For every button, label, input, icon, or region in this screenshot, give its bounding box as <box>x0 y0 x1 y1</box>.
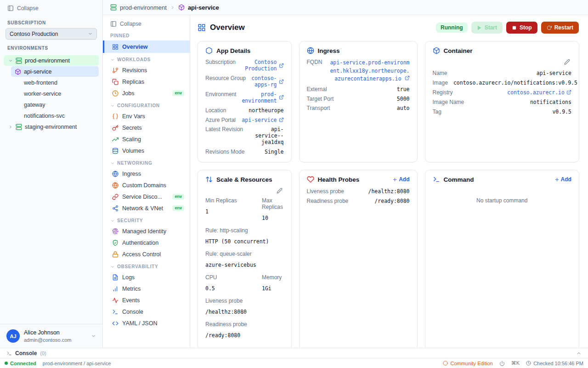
nav-item-revisions[interactable]: Revisions <box>103 64 190 76</box>
app-root: Collapse SUBSCRIPTION Contoso Production… <box>0 0 588 368</box>
subscription-link[interactable]: Contoso Production <box>241 59 283 72</box>
chevron-up-icon[interactable] <box>576 351 582 356</box>
connection-status: Connected <box>5 361 36 366</box>
tree-item-notifications-svc[interactable]: notifications-svc <box>11 110 99 121</box>
add-probe-button[interactable]: Add <box>392 176 409 183</box>
globe-icon <box>112 171 119 177</box>
nav-item-yaml-json[interactable]: YAML / JSON <box>103 317 190 329</box>
sidebar-collapse-button[interactable]: Collapse <box>0 0 102 14</box>
env-badge: env <box>172 90 184 96</box>
nav-item-replicas[interactable]: Replicas <box>103 76 190 87</box>
environments-tree: prod-environment api-service web-fronten… <box>0 53 102 132</box>
command-palette-shortcut[interactable]: ⌘K <box>511 360 520 366</box>
nav-item-label: Ingress <box>122 171 141 177</box>
nav-item-label: Authentication <box>122 240 158 246</box>
tree-item-worker-service[interactable]: worker-service <box>11 88 99 99</box>
terminal-icon <box>433 176 440 183</box>
nav-item-scaling[interactable]: Scaling <box>103 133 190 145</box>
tree-item-gateway[interactable]: gateway <box>11 99 99 110</box>
status-bar: Connected prod-environment / api-service… <box>0 358 588 368</box>
network-icon <box>112 205 119 212</box>
nav-item-jobs[interactable]: Jobs env <box>103 87 190 99</box>
nav-section-security[interactable]: SECURITY <box>103 214 190 225</box>
console-bar[interactable]: Console (0) <box>0 348 588 358</box>
nav-item-events[interactable]: Events <box>103 294 190 306</box>
nav-section-configuration[interactable]: CONFIGURATION <box>103 99 190 110</box>
app-details-card: App Details Subscription Contoso Product… <box>198 41 292 162</box>
breadcrumb-environment[interactable]: prod-environment <box>120 4 167 11</box>
nav-item-access-control[interactable]: Access Control <box>103 248 190 260</box>
nav-item-ingress[interactable]: Ingress <box>103 168 190 179</box>
edition-badge[interactable]: Community Edition <box>443 361 492 366</box>
app-label: web-frontend <box>24 80 57 86</box>
nav-item-network-vnet[interactable]: Network & VNet env <box>103 202 190 214</box>
external-link-icon <box>566 90 571 95</box>
nav-item-managed-identity[interactable]: Managed Identity <box>103 225 190 237</box>
environment-icon <box>16 124 22 130</box>
chevron-down-icon <box>8 58 13 63</box>
add-command-button[interactable]: Add <box>554 176 571 183</box>
detail-row: Target Port 5000 <box>307 94 410 104</box>
nav-item-label: Events <box>122 297 140 304</box>
nav-item-service-discovery[interactable]: Service Disco... env <box>103 191 190 202</box>
nav-item-env-vars[interactable]: Env Vars <box>103 110 190 122</box>
environment-label: staging-environment <box>25 124 77 130</box>
edit-scale-button[interactable] <box>275 186 284 196</box>
environment-label: prod-environment <box>25 58 70 64</box>
registry-link[interactable]: contoso.azurecr.io <box>507 89 571 96</box>
user-menu[interactable]: AJ Alice Johnson admin@contoso.com <box>0 324 102 348</box>
tree-item-web-frontend[interactable]: web-frontend <box>11 77 99 88</box>
user-meta: Alice Johnson admin@contoso.com <box>24 329 87 343</box>
environment-link[interactable]: prod-environment <box>242 91 283 104</box>
subscription-select[interactable]: Contoso Production <box>6 28 97 40</box>
edit-container-button[interactable] <box>563 58 571 68</box>
avatar: AJ <box>6 329 20 343</box>
scale-rule: Rule: http-scaling HTTP (50 concurrent) <box>205 227 284 245</box>
nav-item-custom-domains[interactable]: Custom Domains <box>103 179 190 191</box>
nav-item-authentication[interactable]: Authentication <box>103 237 190 248</box>
page-title-wrap: Overview <box>198 23 245 32</box>
detail-row: Image contoso.azurecr.io/notifications:v… <box>433 78 571 88</box>
restart-button[interactable]: Restart <box>541 22 579 34</box>
nav-item-overview[interactable]: Overview <box>103 40 190 53</box>
nav-collapse-button[interactable]: Collapse <box>103 15 190 31</box>
detail-row: Registry contoso.azurecr.io <box>433 88 571 98</box>
plus-icon <box>554 177 560 182</box>
health-probes-card: Health Probes Add Liveness probe /health… <box>299 170 418 348</box>
nav-item-logs[interactable]: Logs <box>103 271 190 283</box>
globe-icon <box>112 182 119 189</box>
subscription-label: SUBSCRIPTION <box>0 14 102 28</box>
nav-item-label: Revisions <box>122 67 147 74</box>
external-link-icon <box>405 75 410 80</box>
user-name: Alice Johnson <box>24 329 87 336</box>
nav-item-label: Metrics <box>122 286 141 292</box>
nav-item-console[interactable]: Console <box>103 306 190 317</box>
nav-section-networking[interactable]: NETWORKING <box>103 156 190 168</box>
fqdn-link[interactable]: api-service.prod-environment.hklxx18y.no… <box>328 59 410 83</box>
braces-icon <box>112 113 119 120</box>
code-icon <box>112 320 119 327</box>
nav-item-metrics[interactable]: Metrics <box>103 283 190 294</box>
tree-item-staging-environment[interactable]: staging-environment <box>4 121 99 132</box>
play-icon <box>477 25 482 30</box>
nav-item-volumes[interactable]: Volumes <box>103 145 190 156</box>
resource-group-link[interactable]: contoso-apps-rg <box>251 75 283 88</box>
scale-resources-card: Scale & Resources Min Replicas 1 <box>198 170 292 348</box>
nav-section-workloads[interactable]: WORKLOADS <box>103 53 190 64</box>
circle-icon <box>443 361 448 366</box>
chevron-down-icon <box>110 104 115 108</box>
tree-item-api-service[interactable]: api-service <box>11 66 99 77</box>
nav-item-secrets[interactable]: Secrets <box>103 122 190 133</box>
git-branch-icon <box>112 67 119 74</box>
power-icon[interactable] <box>499 361 505 366</box>
page-title: Overview <box>210 23 245 32</box>
chevron-down-icon <box>110 264 115 269</box>
nav-section-observability[interactable]: OBSERVABILITY <box>103 260 190 271</box>
start-button[interactable]: Start <box>471 22 503 34</box>
detail-row: Name api-service <box>433 69 571 78</box>
detail-row: Readiness probe /ready:8080 <box>307 196 410 206</box>
tree-item-prod-environment[interactable]: prod-environment <box>4 55 99 66</box>
scale-rule: Rule: queue-scaler azure-servicebus <box>205 251 284 268</box>
stop-button[interactable]: Stop <box>506 22 537 34</box>
azure-portal-link[interactable]: api-service <box>242 117 283 123</box>
